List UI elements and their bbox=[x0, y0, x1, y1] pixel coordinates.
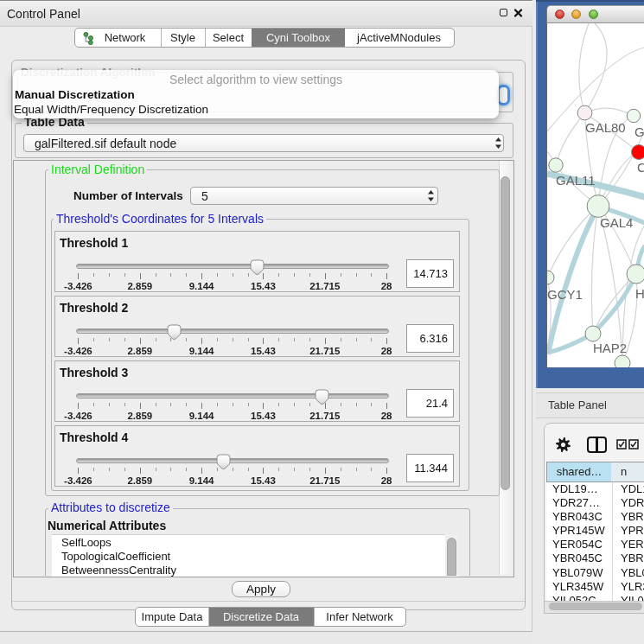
svg-text:GAL4: GAL4 bbox=[600, 215, 633, 230]
svg-text:HAP4: HAP4 bbox=[635, 286, 644, 301]
svg-text:GAL80: GAL80 bbox=[585, 120, 626, 135]
svg-text:CYC8: CYC8 bbox=[637, 160, 644, 175]
svg-text:GAL11: GAL11 bbox=[556, 173, 596, 188]
svg-text:GAL7: GAL7 bbox=[634, 124, 644, 139]
svg-text:HAP2: HAP2 bbox=[593, 341, 627, 355]
svg-text:GCY1: GCY1 bbox=[547, 287, 583, 302]
